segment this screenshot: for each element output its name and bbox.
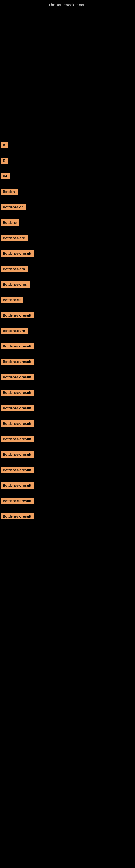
result-item-11: Bottleneck: [0, 297, 135, 305]
result-label-19: Bottleneck result: [1, 421, 34, 427]
site-title: TheBottlenecker.com: [0, 0, 135, 9]
result-label-23: Bottleneck result: [1, 482, 34, 489]
result-item-14: Bottleneck result: [0, 343, 135, 351]
result-label-8: Bottleneck result: [1, 250, 34, 257]
result-label-1: B: [1, 142, 8, 148]
result-label-10: Bottleneck res: [1, 281, 30, 287]
result-label-20: Bottleneck result: [1, 436, 34, 442]
result-item-4: Bottlen: [0, 188, 135, 196]
result-label-16: Bottleneck result: [1, 374, 34, 380]
result-label-24: Bottleneck result: [1, 498, 34, 504]
result-label-18: Bottleneck result: [1, 405, 34, 411]
result-item-8: Bottleneck result: [0, 250, 135, 258]
result-item-20: Bottleneck result: [0, 436, 135, 444]
result-label-11: Bottleneck: [1, 297, 23, 303]
result-item-6: Bottlene: [0, 219, 135, 227]
result-item-10: Bottleneck res: [0, 281, 135, 289]
result-item-3: B4: [0, 173, 135, 181]
result-item-5: Bottleneck r: [0, 204, 135, 212]
result-label-6: Bottlene: [1, 219, 19, 226]
result-item-16: Bottleneck result: [0, 374, 135, 382]
result-item-7: Bottleneck re: [0, 235, 135, 243]
result-label-2: E: [1, 158, 8, 164]
result-item-18: Bottleneck result: [0, 405, 135, 413]
result-item-22: Bottleneck result: [0, 467, 135, 475]
result-item-9: Bottleneck ra: [0, 266, 135, 274]
result-label-9: Bottleneck ra: [1, 266, 28, 272]
result-label-5: Bottleneck r: [1, 204, 26, 210]
result-label-17: Bottleneck result: [1, 390, 34, 396]
result-item-25: Bottleneck result: [0, 513, 135, 521]
result-label-25: Bottleneck result: [1, 513, 34, 520]
result-label-12: Bottleneck result: [1, 312, 34, 318]
result-item-24: Bottleneck result: [0, 498, 135, 506]
result-label-21: Bottleneck result: [1, 452, 34, 458]
result-label-13: Bottleneck re: [1, 328, 28, 334]
result-item-19: Bottleneck result: [0, 421, 135, 428]
result-label-15: Bottleneck result: [1, 359, 34, 365]
result-item-17: Bottleneck result: [0, 390, 135, 397]
result-label-22: Bottleneck result: [1, 467, 34, 473]
top-black-area: [0, 9, 135, 140]
result-label-3: B4: [1, 173, 10, 179]
result-item-23: Bottleneck result: [0, 482, 135, 490]
result-item-2: E: [0, 158, 135, 165]
results-section: B E B4 Bottlen Bottleneck r Bottlene Bot…: [0, 140, 135, 521]
result-item-1: B: [0, 142, 135, 150]
result-label-4: Bottlen: [1, 188, 17, 195]
result-label-14: Bottleneck result: [1, 343, 34, 349]
result-item-12: Bottleneck result: [0, 312, 135, 320]
result-item-13: Bottleneck re: [0, 328, 135, 336]
result-item-21: Bottleneck result: [0, 452, 135, 459]
result-label-7: Bottleneck re: [1, 235, 28, 241]
result-item-15: Bottleneck result: [0, 359, 135, 367]
